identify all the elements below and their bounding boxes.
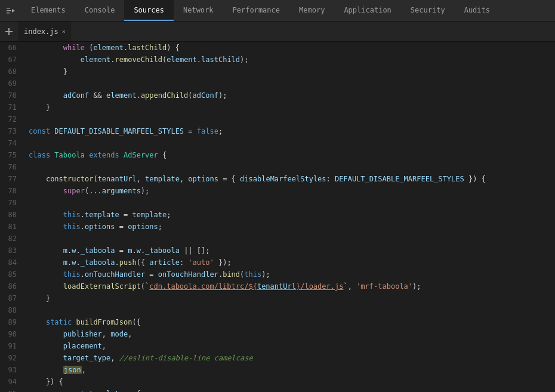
line-67: 67 element.removeChild(element.lastChild… [0, 54, 555, 66]
line-86: 86 loadExternalScript(`cdn.taboola.com/l… [0, 280, 555, 292]
svg-rect-1 [7, 10, 11, 11]
devtools-container: Elements Console Sources Network Perform… [0, 0, 555, 392]
tab-elements[interactable]: Elements [21, 0, 75, 21]
svg-rect-2 [7, 13, 10, 14]
line-70: 70 adConf && element.appendChild(adConf)… [0, 89, 555, 101]
line-69: 69 [0, 78, 555, 89]
svg-rect-0 [7, 8, 10, 9]
tab-console[interactable]: Console [75, 0, 125, 21]
file-tab-close[interactable]: ✕ [62, 28, 66, 35]
line-72: 72 [0, 113, 555, 125]
line-85: 85 this.onTouchHandler = onTouchHandler.… [0, 268, 555, 280]
file-tab-index-js[interactable]: index.js ✕ [18, 21, 72, 41]
svg-marker-3 [12, 9, 15, 13]
tab-network[interactable]: Network [174, 0, 223, 21]
line-74: 74 [0, 137, 555, 149]
line-90: 90 publisher, mode, [0, 328, 555, 340]
tab-sources[interactable]: Sources [124, 0, 174, 21]
line-77: 77 constructor(tenantUrl, template, opti… [0, 173, 555, 185]
line-80: 80 this.template = template; [0, 209, 555, 221]
line-93: 93 json, [0, 364, 555, 376]
line-83: 83 m.w._taboola = m.w._taboola || []; [0, 245, 555, 257]
line-84: 84 m.w._taboola.push({ article: 'auto' }… [0, 257, 555, 268]
tab-bar: Elements Console Sources Network Perform… [0, 0, 555, 21]
new-tab-button[interactable] [0, 21, 18, 42]
line-95: 95 const template = { [0, 388, 555, 392]
svg-rect-5 [5, 31, 13, 32]
devtools-icon [0, 0, 21, 21]
file-tab-bar: index.js ✕ [0, 21, 555, 42]
line-71: 71 } [0, 101, 555, 113]
line-68: 68 } [0, 66, 555, 78]
line-92: 92 target_type, //eslint-disable-line ca… [0, 352, 555, 364]
line-79: 79 [0, 197, 555, 209]
code-editor[interactable]: 66 while (element.lastChild) { 67 elemen… [0, 42, 555, 392]
line-78: 78 super(...arguments); [0, 185, 555, 197]
line-94: 94 }) { [0, 376, 555, 388]
code-lines: 66 while (element.lastChild) { 67 elemen… [0, 42, 555, 392]
line-89: 89 static buildFromJson({ [0, 316, 555, 328]
line-91: 91 placement, [0, 340, 555, 352]
line-75: 75 class Taboola extends AdServer { [0, 149, 555, 161]
tab-application[interactable]: Application [334, 0, 400, 21]
line-88: 88 [0, 304, 555, 316]
tab-audits[interactable]: Audits [455, 0, 500, 21]
line-81: 81 this.options = options; [0, 221, 555, 233]
tab-performance[interactable]: Performance [223, 0, 289, 21]
line-82: 82 [0, 233, 555, 245]
tab-security[interactable]: Security [401, 0, 455, 21]
line-87: 87 } [0, 292, 555, 304]
line-66: 66 while (element.lastChild) { [0, 42, 555, 54]
file-tab-label: index.js [24, 27, 58, 36]
tab-memory[interactable]: Memory [289, 0, 334, 21]
line-73: 73 const DEFAULT_DISABLE_MARFEEL_STYLES … [0, 125, 555, 137]
line-76: 76 [0, 161, 555, 173]
